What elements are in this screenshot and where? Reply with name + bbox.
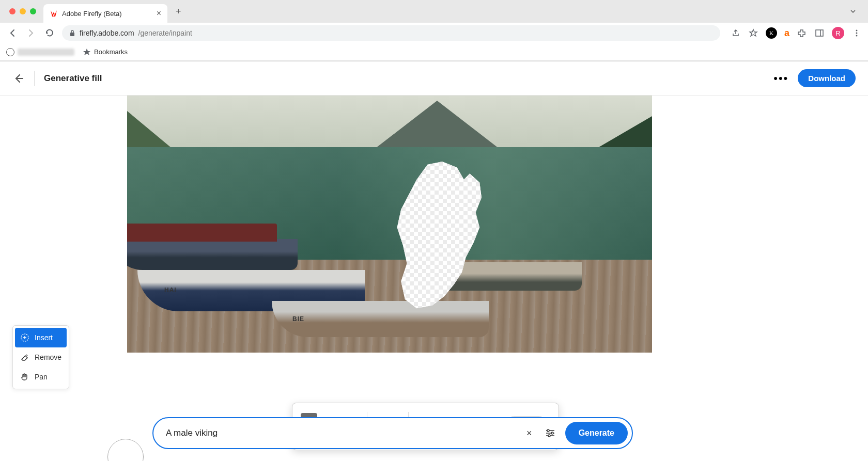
tool-pan-label: Pan [35,373,48,381]
bookmark-item[interactable] [6,48,74,56]
extension-k-icon[interactable]: K [766,27,777,39]
bookmarks-label: Bookmarks [94,48,128,56]
tool-remove-label: Remove [35,353,61,361]
star-icon [83,48,91,56]
header-divider [34,71,35,86]
svg-point-16 [551,432,553,434]
generate-button[interactable]: Generate [565,422,628,444]
adobe-firefly-favicon-icon [50,9,58,18]
share-icon[interactable] [731,28,741,38]
brush-cursor-icon [107,439,144,461]
url-path: /generate/inpaint [138,29,192,37]
app-header: Generative fill ••• Download [0,61,868,96]
window-controls [4,8,41,14]
eraser-icon [20,353,29,362]
tab-close-icon[interactable]: × [157,9,161,18]
tool-panel: Insert Remove Pan [12,325,69,389]
svg-rect-2 [816,30,823,36]
svg-point-15 [547,430,549,432]
globe-icon [6,48,14,56]
tool-remove[interactable]: Remove [15,347,67,367]
tool-pan[interactable]: Pan [15,367,67,387]
window-minimize-icon[interactable] [20,8,26,14]
extension-a-icon[interactable]: a [784,28,789,39]
canvas-image[interactable] [127,96,652,353]
more-options-icon[interactable]: ••• [773,72,788,85]
tab-title: Adobe Firefly (Beta) [62,10,152,18]
browser-chrome: Adobe Firefly (Beta) × + firefly.adobe.c… [0,0,868,61]
address-bar-actions: K a R [731,27,862,39]
svg-point-4 [856,30,858,31]
bookmark-label-redacted [18,49,74,56]
bookmark-star-icon[interactable] [748,28,758,38]
url-host: firefly.adobe.com [80,29,134,37]
svg-point-5 [856,33,858,34]
back-button[interactable] [12,73,34,84]
prompt-clear-icon[interactable]: × [523,425,535,442]
tab-strip: Adobe Firefly (Beta) × + [0,0,868,23]
canvas-area: Insert Remove Pan Add Subtract Settings … [0,96,868,459]
hand-icon [20,372,29,381]
svg-point-17 [548,435,550,437]
tool-insert[interactable]: Insert [15,328,67,347]
bookmarks-bar: Bookmarks [0,43,868,61]
tabs-chevron-icon[interactable] [842,8,864,15]
address-bar: firefly.adobe.com/generate/inpaint K a R [0,23,868,43]
new-tab-button[interactable]: + [169,2,188,21]
insert-icon [20,333,29,342]
nav-forward-button [25,27,37,39]
extensions-puzzle-icon[interactable] [797,28,807,38]
window-close-icon[interactable] [9,8,16,14]
side-panel-icon[interactable] [814,28,825,38]
nav-back-button[interactable] [6,27,19,39]
prompt-settings-icon[interactable] [541,424,559,442]
svg-point-6 [856,35,858,37]
nav-reload-button[interactable] [43,27,56,39]
prompt-input[interactable] [166,428,517,438]
lock-icon [69,29,75,37]
page-title: Generative fill [44,73,102,84]
bookmark-item-bookmarks[interactable]: Bookmarks [83,48,128,56]
browser-tab[interactable]: Adobe Firefly (Beta) × [43,4,167,23]
chrome-menu-icon[interactable] [851,28,862,38]
prompt-bar: × Generate [152,417,633,449]
profile-avatar[interactable]: R [832,27,844,39]
svg-rect-1 [70,33,74,36]
window-maximize-icon[interactable] [30,8,36,14]
tool-insert-label: Insert [35,333,53,342]
download-button[interactable]: Download [798,69,856,87]
url-field[interactable]: firefly.adobe.com/generate/inpaint [62,25,720,41]
